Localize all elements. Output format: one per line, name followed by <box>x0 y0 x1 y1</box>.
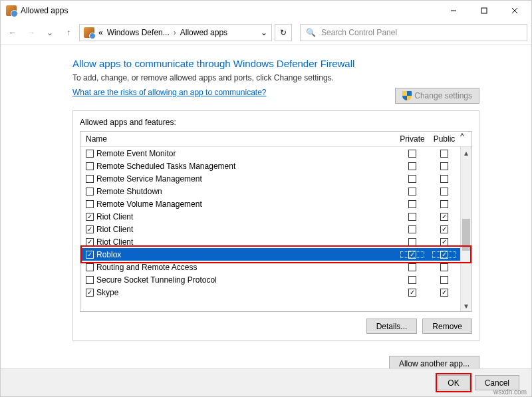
allow-another-app-button[interactable]: Allow another app... <box>389 356 479 368</box>
app-name: Skype <box>96 288 118 297</box>
close-button[interactable] <box>499 1 530 21</box>
checkbox[interactable]: ✓ <box>440 225 448 233</box>
toolbar: ← → ⌄ ↑ « Windows Defen... › Allowed app… <box>1 21 531 45</box>
control-panel-window: Allowed apps ← → ⌄ ↑ « Windows Defen... … <box>0 0 532 397</box>
app-name: Remote Scheduled Tasks Management <box>96 162 235 171</box>
checkbox[interactable] <box>86 200 94 208</box>
checkbox[interactable] <box>440 162 448 170</box>
checkbox[interactable] <box>440 175 448 183</box>
scroll-up-button[interactable]: ▴ <box>461 147 471 158</box>
checkbox[interactable] <box>408 225 416 233</box>
table-row[interactable]: Remote Shutdown <box>80 185 471 198</box>
table-row[interactable]: Remote Event Monitor <box>80 147 471 160</box>
app-name: Riot Client <box>96 225 133 234</box>
col-public[interactable]: Public <box>428 132 460 146</box>
checkbox[interactable]: ✓ <box>440 238 448 246</box>
checkbox[interactable]: ✓ <box>408 251 416 259</box>
svg-rect-1 <box>481 8 487 13</box>
table-row[interactable]: Remote Scheduled Tasks Management <box>80 160 471 172</box>
breadcrumb-part2[interactable]: Allowed apps <box>180 28 227 37</box>
col-private[interactable]: Private <box>396 132 428 146</box>
firewall-icon <box>6 5 17 16</box>
checkbox[interactable]: ✓ <box>408 289 416 297</box>
checkbox[interactable] <box>408 238 416 246</box>
search-icon: 🔍 <box>306 28 316 37</box>
checkbox[interactable] <box>440 263 448 271</box>
app-name: Riot Client <box>96 237 133 247</box>
checkbox[interactable] <box>86 188 94 196</box>
checkbox[interactable] <box>408 150 416 158</box>
table-row[interactable]: ✓Skype✓✓ <box>80 286 471 299</box>
breadcrumb-part1[interactable]: Windows Defen... <box>107 28 170 37</box>
details-button[interactable]: Details... <box>366 319 418 334</box>
table-row[interactable]: Remote Volume Management <box>80 198 471 210</box>
apps-list: Name Private Public ^ Remote Event Monit… <box>80 131 472 312</box>
firewall-icon <box>84 27 94 38</box>
checkbox[interactable] <box>408 175 416 183</box>
list-body[interactable]: Remote Event MonitorRemote Scheduled Tas… <box>80 147 471 311</box>
checkbox[interactable] <box>86 263 94 271</box>
checkbox[interactable] <box>86 150 94 158</box>
app-name: Remote Volume Management <box>96 199 202 209</box>
forward-button[interactable]: → <box>23 25 39 41</box>
scrollbar[interactable]: ▴ ▾ <box>460 147 471 311</box>
table-row[interactable]: ✓Riot Client✓ <box>80 223 471 235</box>
col-name[interactable]: Name <box>80 132 396 146</box>
checkbox[interactable]: ✓ <box>86 213 94 221</box>
ok-button[interactable]: OK <box>438 375 469 390</box>
checkbox[interactable] <box>408 200 416 208</box>
up-button[interactable]: ↑ <box>61 25 76 41</box>
checkbox[interactable] <box>408 263 416 271</box>
checkbox[interactable] <box>408 276 416 284</box>
scroll-thumb[interactable] <box>462 219 470 251</box>
recent-dropdown[interactable]: ⌄ <box>42 25 58 41</box>
checkbox[interactable] <box>86 175 94 183</box>
page-subtext: To add, change, or remove allowed apps a… <box>72 73 479 82</box>
page-heading: Allow apps to communicate through Window… <box>72 58 479 69</box>
table-row[interactable]: Routing and Remote Access <box>80 261 471 273</box>
checkbox[interactable]: ✓ <box>86 225 94 233</box>
main-content: Allow apps to communicate through Window… <box>1 45 531 368</box>
checkbox[interactable] <box>440 150 448 158</box>
allowed-apps-group: Allowed apps and features: Name Private … <box>72 110 479 341</box>
app-name: Remote Shutdown <box>96 187 162 196</box>
checkbox[interactable]: ✓ <box>86 238 94 246</box>
app-name: Roblox <box>96 250 121 259</box>
list-header[interactable]: Name Private Public ^ <box>80 132 471 147</box>
refresh-button[interactable]: ↻ <box>275 24 292 41</box>
checkbox[interactable] <box>408 162 416 170</box>
col-scrollbar-gutter: ^ <box>460 132 471 146</box>
table-row[interactable]: ✓Roblox✓✓ <box>80 248 471 261</box>
checkbox[interactable] <box>408 213 416 221</box>
checkbox[interactable] <box>440 200 448 208</box>
table-row[interactable]: Secure Socket Tunneling Protocol <box>80 273 471 286</box>
checkbox[interactable] <box>86 162 94 170</box>
checkbox[interactable] <box>440 276 448 284</box>
address-bar[interactable]: « Windows Defen... › Allowed apps ⌄ <box>79 24 272 41</box>
checkbox[interactable] <box>86 276 94 284</box>
checkbox[interactable] <box>408 188 416 196</box>
table-row[interactable]: ✓Riot Client✓ <box>80 235 471 248</box>
maximize-button[interactable] <box>469 1 499 21</box>
app-name: Routing and Remote Access <box>96 263 197 272</box>
dialog-footer: OK Cancel <box>1 368 531 396</box>
app-name: Remote Service Management <box>96 174 202 184</box>
window-title: Allowed apps <box>21 6 438 15</box>
table-row[interactable]: Remote Service Management <box>80 172 471 185</box>
checkbox[interactable]: ✓ <box>440 213 448 221</box>
back-button[interactable]: ← <box>5 25 21 41</box>
remove-button[interactable]: Remove <box>422 319 472 334</box>
risks-link[interactable]: What are the risks of allowing an app to… <box>72 88 395 97</box>
address-dropdown-icon[interactable]: ⌄ <box>261 28 267 37</box>
table-row[interactable]: ✓Riot Client✓ <box>80 210 471 223</box>
checkbox[interactable]: ✓ <box>440 251 448 259</box>
minimize-button[interactable] <box>438 1 469 21</box>
change-settings-button[interactable]: Change settings <box>395 88 479 104</box>
checkbox[interactable]: ✓ <box>86 251 94 259</box>
checkbox[interactable]: ✓ <box>440 289 448 297</box>
app-name: Secure Socket Tunneling Protocol <box>96 275 217 285</box>
scroll-down-button[interactable]: ▾ <box>461 300 471 311</box>
checkbox[interactable] <box>440 188 448 196</box>
checkbox[interactable]: ✓ <box>86 289 94 297</box>
search-input[interactable]: 🔍 Search Control Panel <box>300 24 527 41</box>
